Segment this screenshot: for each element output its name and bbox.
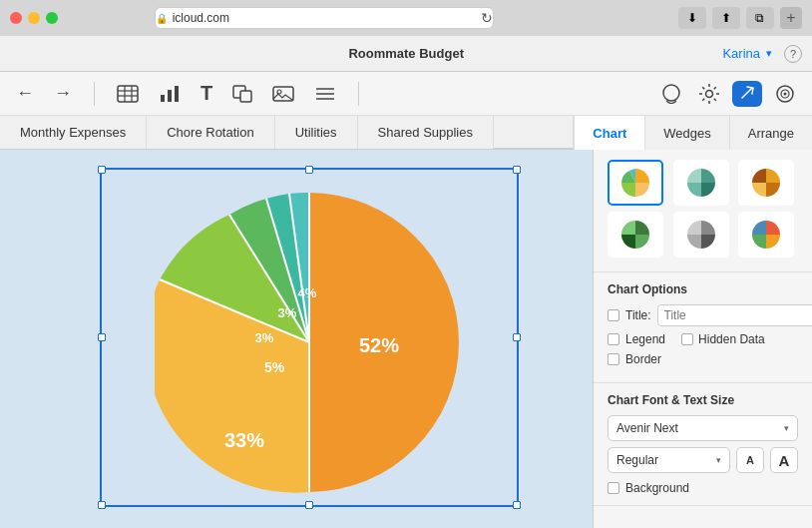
background-checkbox[interactable] xyxy=(608,482,619,494)
font-section: Chart Font & Text Size Avenir Next ▾ Reg… xyxy=(594,383,812,506)
svg-text:4%: 4% xyxy=(298,285,317,300)
tab-utilities[interactable]: Utilities xyxy=(275,116,358,149)
font-smaller-button[interactable]: A xyxy=(736,447,764,473)
chart-button[interactable] xyxy=(155,83,185,105)
new-tab-button[interactable]: + xyxy=(780,7,802,29)
font-weight-dropdown[interactable]: Regular ▾ xyxy=(608,447,730,473)
toolbar-divider-1 xyxy=(94,82,95,106)
border-option-label: Border xyxy=(625,352,661,366)
font-weight-label: Regular xyxy=(616,453,658,467)
legend-checkbox[interactable] xyxy=(608,333,619,345)
download-button[interactable]: ⬇ xyxy=(678,7,706,29)
hidden-data-checkbox[interactable] xyxy=(681,333,693,345)
toolbar: ← → T xyxy=(0,72,812,116)
chart-options-section: Chart Options Title: Legend Hidden Data … xyxy=(594,272,812,383)
chart-style-5[interactable] xyxy=(673,212,729,258)
border-checkbox[interactable] xyxy=(608,353,619,365)
image-button[interactable] xyxy=(268,83,298,105)
font-family-chevron: ▾ xyxy=(784,423,789,433)
legend-option-row: Legend Hidden Data xyxy=(608,332,798,346)
main-content: 52% 33% 5% 3% 3% 4% xyxy=(0,150,812,528)
handle-middle-right[interactable] xyxy=(513,333,521,341)
help-button[interactable]: ? xyxy=(784,45,802,63)
svg-text:3%: 3% xyxy=(255,330,274,345)
border-option-row: Border xyxy=(608,352,798,366)
svg-point-15 xyxy=(663,85,679,101)
insert-group: T xyxy=(113,80,340,107)
panel-tab-chart[interactable]: Chart xyxy=(574,116,644,150)
svg-text:5%: 5% xyxy=(264,359,285,375)
format-button[interactable] xyxy=(732,81,762,107)
close-window-button[interactable] xyxy=(10,12,22,24)
tab-shared-supplies[interactable]: Shared Supplies xyxy=(358,116,494,149)
panel-tab-arrange[interactable]: Arrange xyxy=(729,116,812,150)
title-input[interactable] xyxy=(657,304,812,326)
lock-icon: 🔒 xyxy=(156,13,168,24)
handle-bottom-right[interactable] xyxy=(513,501,521,509)
chart-styles-section xyxy=(594,150,812,272)
user-menu[interactable]: Karina xyxy=(722,46,760,61)
share-button[interactable]: ⬆ xyxy=(712,7,740,29)
browser-chrome: 🔒 icloud.com ↻ ⬇ ⬆ ⧉ + xyxy=(0,0,812,36)
sheet-tabs: Monthly Expenses Chore Rotation Utilitie… xyxy=(0,116,812,150)
browser-actions: ⬇ ⬆ ⧉ + xyxy=(678,7,802,29)
duplicate-button[interactable]: ⧉ xyxy=(746,7,774,29)
svg-text:33%: 33% xyxy=(224,429,264,451)
address-bar[interactable]: 🔒 icloud.com ↻ xyxy=(155,7,494,29)
maximize-window-button[interactable] xyxy=(46,12,58,24)
svg-rect-5 xyxy=(161,95,165,102)
undo-button[interactable]: ← xyxy=(12,81,38,106)
toolbar-right xyxy=(656,81,800,107)
chart-options-title: Chart Options xyxy=(608,282,798,296)
font-weight-chevron: ▾ xyxy=(716,455,721,465)
window-controls xyxy=(10,12,58,24)
media-button[interactable] xyxy=(310,83,340,105)
tab-monthly-expenses[interactable]: Monthly Expenses xyxy=(0,116,147,149)
text-button[interactable]: T xyxy=(197,80,216,107)
font-larger-button[interactable]: A xyxy=(770,447,798,473)
chart-thumbnails-grid xyxy=(608,160,798,258)
pie-chart[interactable]: 52% 33% 5% 3% 3% 4% xyxy=(155,188,464,501)
handle-top-right[interactable] xyxy=(513,166,521,174)
chart-style-3[interactable] xyxy=(738,160,794,206)
chart-style-2[interactable] xyxy=(673,160,729,206)
background-row: Background xyxy=(608,481,798,495)
chart-style-6[interactable] xyxy=(738,212,794,258)
font-family-dropdown[interactable]: Avenir Next ▾ xyxy=(608,415,798,441)
history-group: ← → xyxy=(12,81,76,106)
panel-tab-wedges[interactable]: Wedges xyxy=(644,116,728,150)
chart-style-4[interactable] xyxy=(608,212,663,258)
reload-button[interactable]: ↻ xyxy=(481,10,493,26)
handle-top-left[interactable] xyxy=(98,166,106,174)
handle-top-middle[interactable] xyxy=(305,166,313,174)
svg-point-16 xyxy=(706,90,713,97)
tab-chore-rotation[interactable]: Chore Rotation xyxy=(147,116,274,149)
table-button[interactable] xyxy=(113,83,143,105)
handle-bottom-left[interactable] xyxy=(98,501,106,509)
font-family-row: Avenir Next ▾ xyxy=(608,415,798,441)
title-option-label: Title: xyxy=(625,308,651,322)
handle-bottom-middle[interactable] xyxy=(305,501,313,509)
svg-point-19 xyxy=(784,92,787,95)
legend-option-label: Legend xyxy=(625,332,665,346)
svg-rect-9 xyxy=(240,91,251,102)
present-button[interactable] xyxy=(770,83,800,105)
font-style-row: Regular ▾ A A xyxy=(608,447,798,473)
comment-button[interactable] xyxy=(656,82,686,106)
hidden-data-label: Hidden Data xyxy=(698,332,765,346)
svg-rect-6 xyxy=(168,90,172,102)
minimize-window-button[interactable] xyxy=(28,12,40,24)
font-family-label: Avenir Next xyxy=(616,421,678,435)
handle-middle-left[interactable] xyxy=(98,333,106,341)
shape-button[interactable] xyxy=(228,83,256,105)
settings-button[interactable] xyxy=(694,81,724,107)
chart-style-1[interactable] xyxy=(608,160,663,206)
app-title: Roommate Budget xyxy=(90,46,722,61)
svg-text:3%: 3% xyxy=(278,305,297,320)
title-option-row: Title: xyxy=(608,304,798,326)
canvas-area[interactable]: 52% 33% 5% 3% 3% 4% xyxy=(0,150,593,528)
redo-button[interactable]: → xyxy=(50,81,76,106)
font-section-title: Chart Font & Text Size xyxy=(608,393,798,407)
background-label: Background xyxy=(625,481,689,495)
title-checkbox[interactable] xyxy=(608,309,619,321)
